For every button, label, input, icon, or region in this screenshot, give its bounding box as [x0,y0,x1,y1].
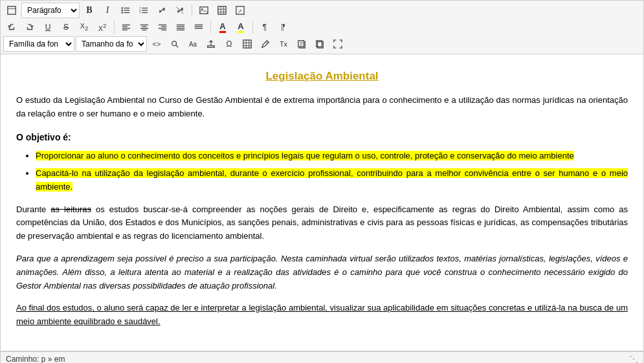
align-left-button[interactable] [118,19,135,35]
separator3 [210,21,211,34]
svg-line-53 [266,42,268,44]
page-title: Legislação Ambiental [16,67,628,85]
toolbar-row-2: U S X2 X2 A A [3,19,641,35]
svg-rect-17 [200,7,208,14]
omega-icon: Ω [227,39,232,49]
fullscreen-button[interactable] [329,36,346,52]
font-color-button[interactable]: A [214,19,231,35]
table-button[interactable] [214,3,230,18]
code-button[interactable]: <> [148,36,165,52]
bullet-text-1: Proporcionar ao aluno o conhecimento dos… [36,151,574,160]
body-paragraph-1: Durante as leituras os estudos buscar-se… [16,203,628,243]
format-icon-btn[interactable] [3,3,20,18]
font-color-icon: A [219,21,225,33]
remove-format-button[interactable]: Tx [275,36,292,52]
svg-text:3.: 3. [139,10,142,14]
superscript-button[interactable]: X2 [94,19,111,35]
body-paragraph-3: Ao final dos estudos, o aluno será capaz… [16,302,628,329]
svg-line-14 [161,9,163,12]
search-button[interactable] [166,36,183,52]
undo-button[interactable] [3,19,20,35]
svg-rect-47 [208,46,215,48]
omega-button[interactable]: Ω [221,36,238,52]
bullet-item-2: Capacitá-lo na utilização da legislação … [36,167,628,194]
svg-rect-0 [8,6,16,14]
paragraph-select[interactable]: Parágrafo Título 1 Título 2 [21,3,80,18]
bold-button[interactable]: B [81,3,98,18]
image-button[interactable] [195,3,212,18]
status-text: Caminho: p » em [6,355,65,363]
italic-button[interactable]: I [99,3,116,18]
bg-color-button[interactable]: A [232,19,249,35]
svg-point-6 [121,12,123,14]
ol-button[interactable]: 1.2.3. [135,3,152,18]
font-family-select[interactable]: Família da fon [3,36,74,52]
bullet-text-2: Capacitá-lo na utilização da legislação … [36,168,628,192]
editor-content[interactable]: Legislação Ambiental O estudo da Legisla… [1,54,643,351]
svg-rect-48 [243,40,251,48]
subscript-icon: X2 [80,22,88,32]
case-button[interactable]: Aa [184,36,201,52]
paste-button[interactable] [293,36,310,52]
svg-rect-19 [218,6,226,14]
pilcrow-button[interactable]: ¶ [256,19,273,35]
bold-icon: B [86,5,92,16]
edit-button[interactable] [257,36,274,52]
body-paragraph-2: Para que a aprendizagem seja possível é … [16,252,628,292]
underline-button[interactable]: U [39,19,56,35]
align-justify-button[interactable] [172,19,189,35]
toolbar-row-3: Família da fon Tamanho da fo <> Aa Ω Tx [3,36,641,52]
resize-handle[interactable]: ⋱ [629,354,638,363]
separator4 [252,21,253,34]
table3-button[interactable] [239,36,256,52]
svg-point-4 [121,10,123,12]
superscript-icon: X2 [98,23,106,32]
subscript-button[interactable]: X2 [76,19,93,35]
toolbar: Parágrafo Título 1 Título 2 B I 1.2.3. [1,1,643,54]
case-icon: Aa [189,41,197,48]
bg-color-icon: A [238,21,243,33]
bullet-list: Proporcionar ao aluno o conhecimento dos… [16,149,628,193]
link-button[interactable] [153,3,170,18]
bullet-item-1: Proporcionar ao aluno o conhecimento dos… [36,149,628,163]
intro-paragraph: O estudo da Legislação Ambiental no Curs… [16,94,628,121]
svg-point-45 [172,41,177,46]
toolbar-row-1: Parágrafo Título 1 Título 2 B I 1.2.3. [3,3,641,18]
italic-icon: I [106,5,109,16]
code-icon: <> [153,40,161,48]
svg-text:↗: ↗ [238,8,242,14]
remove-format-icon: Tx [280,40,287,48]
status-bar: Caminho: p » em ⋱ [1,351,643,363]
strikethrough-button[interactable]: S [58,19,74,35]
svg-line-46 [176,45,179,48]
unlink-button[interactable] [172,3,188,18]
align-justify2-button[interactable] [190,19,207,35]
align-right-button[interactable] [154,19,171,35]
pilcrow2-button[interactable]: ¶ [274,19,291,35]
separator2 [114,21,115,34]
ul-button[interactable] [117,3,134,18]
pilcrow-icon: ¶ [263,23,267,32]
special-button[interactable]: ↗ [232,3,249,18]
objective-heading: O objetivo é: [16,130,628,144]
pilcrow2-icon: ¶ [281,23,285,32]
svg-point-2 [121,7,123,9]
copy-button[interactable] [311,36,328,52]
redo-button[interactable] [21,19,38,35]
align-center-button[interactable] [136,19,153,35]
strikethrough-icon: S [63,23,69,32]
underline-icon: U [45,23,51,32]
strikethrough-text: as leituras [50,204,91,214]
separator [192,4,192,17]
editor-container: Parágrafo Título 1 Título 2 B I 1.2.3. [0,0,644,363]
upload-button[interactable] [203,36,219,52]
font-size-select[interactable]: Tamanho da fo [76,36,147,52]
